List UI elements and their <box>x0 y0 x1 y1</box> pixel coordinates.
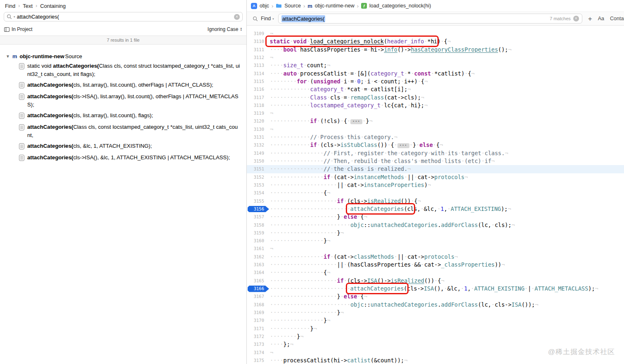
code-line[interactable]: 3167····················}·else·{¬ <box>247 293 624 300</box>
code-line[interactable]: 3117············Class·cls·=·remapClass(c… <box>247 94 624 102</box>
result-file-row[interactable]: ▼ m objc-runtime-newSource <box>0 52 246 61</box>
find-type-button[interactable]: Text <box>23 3 33 9</box>
search-result-item[interactable]: attachCategories(cls, list.array(), list… <box>0 80 246 91</box>
code-line[interactable]: 3115········for·(unsigned·i·=·0;·i·<·cou… <box>247 78 624 85</box>
code-line[interactable]: 3110static·void·load_categories_nolock(h… <box>247 38 624 45</box>
line-number[interactable]: 3174 <box>247 349 264 357</box>
code-line[interactable]: 3169····················}¬ <box>247 309 624 317</box>
line-number[interactable]: 3153 <box>247 181 264 189</box>
line-number[interactable]: 3168 <box>247 301 264 309</box>
search-result-item[interactable]: attachCategories(cls, &lc, 1, ATTACH_EXI… <box>0 141 246 152</box>
find-match-button[interactable]: Containing <box>40 3 66 9</box>
line-number[interactable]: 3114 <box>247 70 264 78</box>
clear-find-button[interactable]: × <box>573 16 579 21</box>
line-number[interactable]: 3170 <box>247 317 264 324</box>
code-line[interactable]: 3165····················if·(cls->ISA()->… <box>247 277 624 285</box>
code-line[interactable]: 3156························attachCatego… <box>247 205 624 213</box>
find-mode-dropdown[interactable]: Find ▾ <box>261 16 274 21</box>
line-number[interactable]: 3132 <box>247 141 264 149</box>
code-line[interactable]: 3152················if·(cat->instanceMet… <box>247 173 624 181</box>
line-number[interactable]: 3130 <box>247 125 264 133</box>
line-number[interactable]: 3119 <box>247 109 264 117</box>
code-line[interactable]: 3113····size_t·count;¬ <box>247 61 624 69</box>
line-number[interactable]: 3163 <box>247 261 264 269</box>
line-number[interactable]: 3154 <box>247 189 264 197</box>
code-line[interactable]: 3132············if·(cls->isStubClass())·… <box>247 141 624 149</box>
code-fold-badge[interactable]: ••• <box>397 143 409 148</box>
line-number[interactable]: 3160 <box>247 237 264 245</box>
line-number[interactable]: 3155 <box>247 197 264 205</box>
line-number[interactable]: 3109 <box>247 30 264 38</box>
line-number[interactable]: 3111 <box>247 46 264 54</box>
contains-option-button[interactable]: Contains <box>610 16 624 21</box>
code-line[interactable]: 3120············if·(!cls)·{·•••·}¬ <box>247 117 624 125</box>
line-number[interactable]: 3162 <box>247 253 264 261</box>
line-number[interactable]: 3113 <box>247 61 264 69</box>
line-number[interactable]: 3117 <box>247 94 264 102</box>
find-mode-button[interactable]: Find <box>5 3 15 9</box>
code-line[interactable]: 3131············//·Process·this·category… <box>247 133 624 141</box>
search-result-item[interactable]: attachCategories(Class cls, const locsta… <box>0 122 246 141</box>
jump-bar-file[interactable]: objc-runtime-new <box>315 3 355 9</box>
code-line[interactable]: 3130¬ <box>247 125 624 133</box>
clear-search-button[interactable]: × <box>234 14 240 20</box>
code-line[interactable]: 3154················{¬ <box>247 189 624 197</box>
search-result-item[interactable]: attachCategories(cls->ISA(), &lc, 1, ATT… <box>0 152 246 164</box>
line-number[interactable]: 3156 <box>247 205 264 213</box>
code-line[interactable]: 3164················{¬ <box>247 269 624 277</box>
code-line[interactable]: 3161¬ <box>247 245 624 253</box>
line-number[interactable]: 3167 <box>247 293 264 300</box>
line-number[interactable]: 3157 <box>247 213 264 221</box>
line-number[interactable]: 3172 <box>247 333 264 340</box>
search-input[interactable]: attachCategories( <box>17 14 232 20</box>
code-line[interactable]: 3160················}¬ <box>247 237 624 245</box>
line-number[interactable]: 3166 <box>247 285 264 293</box>
code-line[interactable]: 3149················//·First,·register·t… <box>247 149 624 157</box>
code-line[interactable]: 3159····················}¬ <box>247 229 624 237</box>
code-line[interactable]: 3170················}¬ <box>247 317 624 324</box>
line-number[interactable]: 3131 <box>247 133 264 141</box>
match-case-button[interactable]: Aa <box>598 16 604 21</box>
line-number[interactable]: 3110 <box>247 38 264 45</box>
search-scope-button[interactable]: In Project <box>4 26 33 32</box>
code-line[interactable]: 3151················//·the·class·is·real… <box>247 165 624 173</box>
search-options-chevron-icon[interactable]: ▾ <box>14 15 15 18</box>
search-result-item[interactable]: attachCategories(cls, list.array(), list… <box>0 110 246 122</box>
code-line[interactable]: 3168························objc::unatta… <box>247 301 624 309</box>
line-number[interactable]: 3171 <box>247 325 264 333</box>
line-number[interactable]: 3159 <box>247 229 264 237</box>
jump-bar-group[interactable]: Source <box>284 3 301 9</box>
code-line[interactable]: 3157····················}·else·{¬ <box>247 213 624 221</box>
code-fold-badge[interactable]: ••• <box>350 119 362 124</box>
line-number[interactable]: 3151 <box>247 165 264 173</box>
search-result-item[interactable]: static void attachCategories(Class cls, … <box>0 61 246 80</box>
code-line[interactable]: 3118············locstamped_category_t·lc… <box>247 102 624 109</box>
editor-find-input[interactable]: attachCategories( 7 matches × <box>278 14 582 24</box>
line-number[interactable]: 3118 <box>247 102 264 109</box>
line-number[interactable]: 3158 <box>247 221 264 229</box>
code-line[interactable]: 3119¬ <box>247 109 624 117</box>
code-line[interactable]: 3175····processCatlist(hi->catlist(&coun… <box>247 357 624 364</box>
code-line[interactable]: 3166························attachCatego… <box>247 285 624 293</box>
code-area[interactable]: 3109¬3110static·void·load_categories_nol… <box>247 26 624 364</box>
code-line[interactable]: 3112¬ <box>247 54 624 61</box>
case-sensitivity-button[interactable]: Ignoring Case ▲▼ <box>208 26 242 32</box>
code-line[interactable]: 3153····················||·cat->instance… <box>247 181 624 189</box>
code-line[interactable]: 3162················if·(cat->classMethod… <box>247 253 624 261</box>
code-line[interactable]: 3114····auto·processCatlist·=·[&](catego… <box>247 70 624 78</box>
line-number[interactable]: 3152 <box>247 173 264 181</box>
line-number[interactable]: 3150 <box>247 157 264 165</box>
jump-bar-symbol[interactable]: load_categories_nolock(hi) <box>369 3 431 9</box>
jump-bar-project[interactable]: objc <box>260 3 269 9</box>
code-line[interactable]: 3171············}¬ <box>247 325 624 333</box>
line-number[interactable]: 3112 <box>247 54 264 61</box>
line-number[interactable]: 3120 <box>247 117 264 125</box>
line-number[interactable]: 3173 <box>247 340 264 348</box>
line-number[interactable]: 3115 <box>247 78 264 85</box>
code-line[interactable]: 3116············category_t·*cat·=·catlis… <box>247 85 624 93</box>
line-number[interactable]: 3169 <box>247 309 264 317</box>
line-number[interactable]: 3116 <box>247 85 264 93</box>
add-find-button[interactable]: + <box>588 15 592 22</box>
search-result-item[interactable]: attachCategories(cls->ISA(), list.array(… <box>0 91 246 110</box>
line-number[interactable]: 3161 <box>247 245 264 253</box>
